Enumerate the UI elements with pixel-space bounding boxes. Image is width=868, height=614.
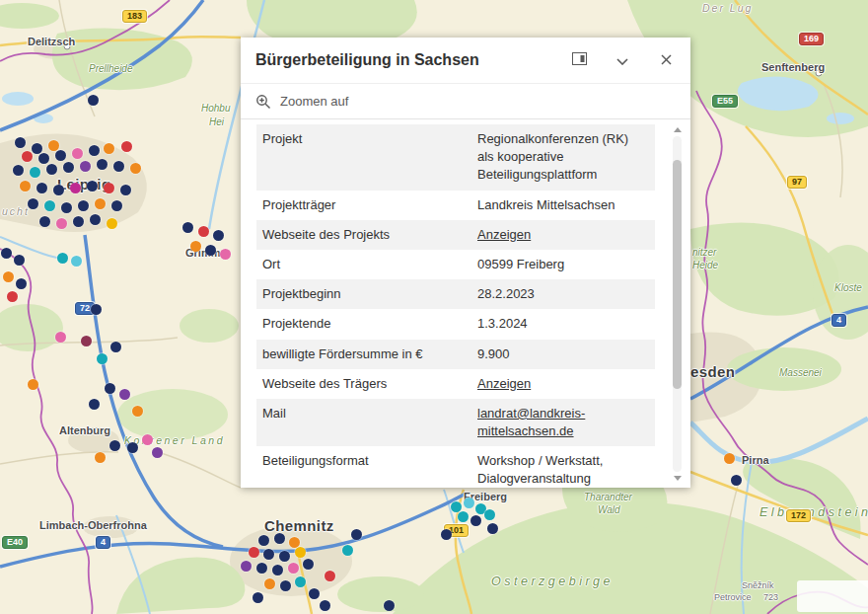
dock-button[interactable] <box>564 45 594 75</box>
project-marker[interactable] <box>22 151 33 162</box>
scroll-down-arrow[interactable] <box>674 476 682 481</box>
project-marker[interactable] <box>295 576 306 587</box>
project-marker[interactable] <box>61 202 72 213</box>
project-marker[interactable] <box>91 304 102 315</box>
project-marker[interactable] <box>71 256 82 267</box>
project-marker[interactable] <box>28 379 38 390</box>
project-marker[interactable] <box>105 383 115 394</box>
project-marker[interactable] <box>220 249 231 260</box>
project-marker[interactable] <box>97 353 108 364</box>
project-marker[interactable] <box>20 181 31 192</box>
project-marker[interactable] <box>38 153 49 164</box>
project-marker[interactable] <box>280 580 291 591</box>
project-marker[interactable] <box>89 145 100 156</box>
project-marker[interactable] <box>121 141 132 152</box>
project-marker[interactable] <box>132 406 143 417</box>
project-marker[interactable] <box>107 218 117 229</box>
popup-scrollbar[interactable] <box>672 127 683 481</box>
project-marker[interactable] <box>119 389 130 400</box>
project-marker[interactable] <box>288 563 299 574</box>
project-marker[interactable] <box>48 140 59 151</box>
project-marker[interactable] <box>87 181 98 192</box>
project-marker[interactable] <box>113 161 124 172</box>
project-marker[interactable] <box>89 399 100 410</box>
project-marker[interactable] <box>55 150 66 161</box>
project-marker[interactable] <box>46 164 57 175</box>
project-marker[interactable] <box>36 183 47 193</box>
project-marker[interactable] <box>152 447 163 458</box>
project-marker[interactable] <box>320 600 330 611</box>
project-marker[interactable] <box>70 183 81 193</box>
project-marker[interactable] <box>13 165 24 176</box>
project-marker[interactable] <box>120 185 131 195</box>
project-marker[interactable] <box>253 592 263 603</box>
project-marker[interactable] <box>88 95 99 106</box>
project-marker[interactable] <box>249 547 259 558</box>
project-marker[interactable] <box>127 442 138 453</box>
project-marker[interactable] <box>279 551 290 562</box>
project-marker[interactable] <box>289 537 300 548</box>
scrollbar-thumb[interactable] <box>673 160 682 389</box>
project-marker[interactable] <box>56 218 67 229</box>
project-marker[interactable] <box>63 162 74 173</box>
project-marker[interactable] <box>73 216 84 227</box>
project-marker[interactable] <box>470 515 481 526</box>
project-marker[interactable] <box>80 161 91 172</box>
project-marker[interactable] <box>487 523 498 534</box>
scroll-up-arrow[interactable] <box>674 127 682 132</box>
project-marker[interactable] <box>90 214 101 225</box>
project-marker[interactable] <box>44 200 55 211</box>
project-marker[interactable] <box>7 291 18 302</box>
project-marker[interactable] <box>384 600 395 611</box>
project-marker[interactable] <box>205 245 216 256</box>
map-viewport[interactable]: Der LugDelitzschPrellheideSenftenbergHoh… <box>0 0 868 614</box>
close-button[interactable] <box>651 45 681 75</box>
project-marker[interactable] <box>15 137 26 148</box>
project-marker[interactable] <box>95 198 106 209</box>
project-marker[interactable] <box>182 222 193 233</box>
project-marker[interactable] <box>441 529 452 540</box>
project-marker[interactable] <box>55 332 66 343</box>
project-marker[interactable] <box>142 434 153 445</box>
project-marker[interactable] <box>190 241 201 252</box>
project-marker[interactable] <box>53 185 64 195</box>
project-marker[interactable] <box>81 336 92 346</box>
project-marker[interactable] <box>464 498 474 508</box>
project-marker[interactable] <box>351 529 362 540</box>
project-marker[interactable] <box>78 200 89 211</box>
collapse-button[interactable] <box>608 45 637 75</box>
project-marker[interactable] <box>731 475 742 486</box>
project-marker[interactable] <box>109 440 120 451</box>
attribute-link[interactable]: Anzeigen <box>477 376 531 391</box>
project-marker[interactable] <box>303 559 314 570</box>
project-marker[interactable] <box>104 183 114 193</box>
project-marker[interactable] <box>295 547 306 558</box>
project-marker[interactable] <box>16 278 27 289</box>
project-marker[interactable] <box>198 226 209 237</box>
project-marker[interactable] <box>241 561 252 572</box>
project-marker[interactable] <box>724 453 735 464</box>
project-marker[interactable] <box>213 230 224 241</box>
project-marker[interactable] <box>3 271 14 282</box>
project-marker[interactable] <box>1 248 12 259</box>
project-marker[interactable] <box>14 255 25 266</box>
project-marker[interactable] <box>95 452 106 463</box>
scrollbar-track[interactable] <box>673 136 682 472</box>
project-marker[interactable] <box>30 167 40 178</box>
project-marker[interactable] <box>451 501 462 512</box>
project-marker[interactable] <box>274 533 285 544</box>
project-marker[interactable] <box>458 511 469 522</box>
project-marker[interactable] <box>57 253 68 264</box>
attribute-link[interactable]: Anzeigen <box>477 227 531 242</box>
project-marker[interactable] <box>32 143 42 154</box>
project-marker[interactable] <box>256 563 267 574</box>
project-marker[interactable] <box>39 216 50 227</box>
project-marker[interactable] <box>110 342 121 352</box>
project-marker[interactable] <box>130 163 141 174</box>
project-marker[interactable] <box>263 549 274 560</box>
project-marker[interactable] <box>264 578 275 589</box>
project-marker[interactable] <box>258 535 269 546</box>
project-marker[interactable] <box>97 159 108 170</box>
project-marker[interactable] <box>484 509 495 520</box>
project-marker[interactable] <box>272 565 283 576</box>
